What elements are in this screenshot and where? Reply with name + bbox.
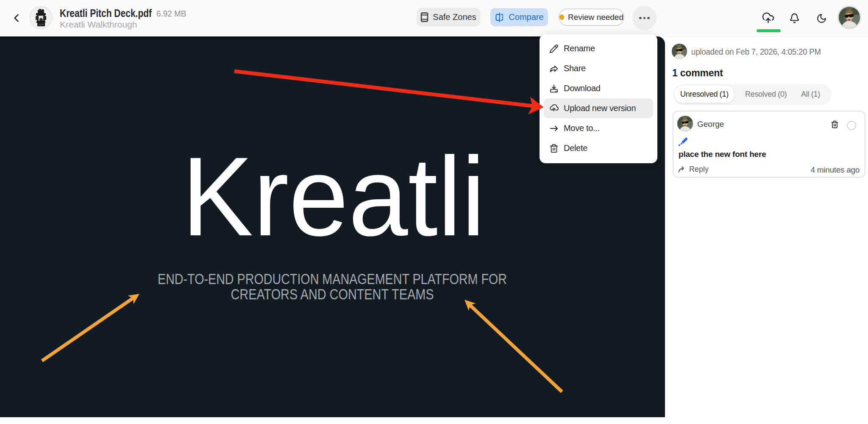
svg-text:END-TO-END PRODUCTION MANAGEME: END-TO-END PRODUCTION MANAGEMENT PLATFOR… bbox=[158, 271, 507, 287]
svg-text:CREATORS AND CONTENT TEAMS: CREATORS AND CONTENT TEAMS bbox=[231, 286, 434, 302]
svg-text:Kreatli: Kreatli bbox=[182, 134, 485, 259]
